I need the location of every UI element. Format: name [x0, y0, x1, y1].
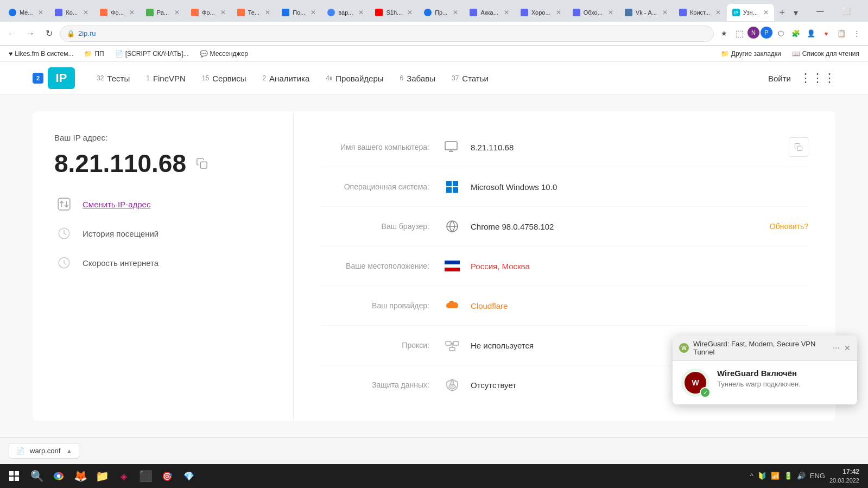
nav-item-finevpn[interactable]: 1 FineVPN: [146, 74, 186, 83]
tab-close-4[interactable]: ✕: [174, 9, 180, 16]
tab-close-2[interactable]: ✕: [83, 9, 88, 16]
extension-3[interactable]: ⬡: [774, 27, 788, 41]
nav-item-testy[interactable]: 32 Тесты: [97, 74, 130, 83]
login-button[interactable]: Войти: [768, 74, 791, 83]
taskbar-terminal[interactable]: ⬛: [136, 466, 155, 486]
bookmark-likes[interactable]: ♥ Likes.fm В систем...: [5, 49, 77, 59]
tab-5[interactable]: Фо... ✕: [186, 4, 231, 21]
maximize-button[interactable]: ⬜: [834, 2, 859, 20]
bookmark-star-button[interactable]: ★: [717, 27, 731, 41]
tray-battery[interactable]: 🔋: [784, 472, 793, 480]
tab-15[interactable]: Крист... ✕: [674, 4, 726, 21]
tab-1[interactable]: Me... ✕: [3, 4, 49, 21]
notification-menu-button[interactable]: ···: [833, 343, 840, 353]
tab-13[interactable]: Обхо... ✕: [567, 4, 619, 21]
speed-action[interactable]: Скорость интернета: [54, 253, 271, 272]
taskbar-firefox[interactable]: 🦊: [71, 466, 90, 486]
tab-close-13[interactable]: ✕: [608, 9, 613, 16]
tab-3[interactable]: Фо... ✕: [94, 4, 140, 21]
tab-6[interactable]: Те... ✕: [232, 4, 276, 21]
tab-close-5[interactable]: ✕: [220, 9, 226, 16]
close-button[interactable]: ✕: [860, 2, 868, 20]
tray-network[interactable]: 📶: [771, 472, 780, 480]
bookmark-pp[interactable]: 📁 ПП: [81, 49, 107, 59]
history-action[interactable]: История посещений: [54, 224, 271, 243]
tab-7[interactable]: По... ✕: [276, 4, 321, 21]
site-logo[interactable]: 2 IP: [33, 67, 75, 89]
download-chevron-icon[interactable]: ▲: [66, 447, 72, 455]
taskbar-files[interactable]: 📁: [92, 466, 112, 486]
tab-12[interactable]: Хоро... ✕: [515, 4, 567, 21]
tab-close-12[interactable]: ✕: [556, 9, 561, 16]
grid-menu-button[interactable]: ⋮⋮⋮: [800, 71, 835, 85]
tab-close-3[interactable]: ✕: [129, 9, 135, 16]
extension-1[interactable]: N: [747, 27, 759, 39]
new-tab-button[interactable]: +: [775, 5, 790, 20]
tab-2[interactable]: Ко... ✕: [49, 4, 94, 21]
tab-8[interactable]: вар... ✕: [322, 4, 369, 21]
tab-close-16[interactable]: ✕: [763, 9, 769, 16]
provider-value[interactable]: Cloudflare: [471, 301, 808, 310]
nav-item-provaidery[interactable]: 4к Провайдеры: [326, 74, 383, 83]
taskbar-chrome[interactable]: [49, 466, 68, 486]
tab-16[interactable]: IP Узн... ✕: [727, 4, 774, 21]
location-value[interactable]: Россия, Москва: [471, 262, 808, 271]
taskbar-app4[interactable]: ◈: [114, 466, 134, 486]
svg-rect-1: [58, 198, 70, 210]
bookmark-messenger[interactable]: 💬 Мессенджер: [197, 49, 251, 59]
reading-list-button[interactable]: 📋: [834, 27, 848, 41]
tab-close-11[interactable]: ✕: [504, 9, 509, 16]
notification-close-button[interactable]: ✕: [844, 344, 851, 352]
taskbar-app6[interactable]: 💎: [179, 466, 199, 486]
tab-9[interactable]: S1h... ✕: [370, 4, 418, 21]
tab-4[interactable]: Ра... ✕: [141, 4, 185, 21]
bookmarks-right: 📁 Другие закладки 📖 Список для чтения: [718, 49, 863, 59]
settings-button[interactable]: ⋮: [850, 27, 864, 41]
nav-item-servisy[interactable]: 15 Сервисы: [202, 74, 246, 83]
check-badge-icon: ✓: [700, 387, 711, 398]
copy-ip-button[interactable]: [194, 155, 210, 172]
tab-10[interactable]: Пр... ✕: [419, 4, 464, 21]
tab-dropdown-button[interactable]: ▾: [790, 7, 801, 18]
extension-5[interactable]: 👤: [804, 27, 818, 41]
minimize-button[interactable]: —: [808, 2, 833, 20]
tab-close-9[interactable]: ✕: [407, 9, 413, 16]
tab-close-6[interactable]: ✕: [265, 9, 270, 16]
tab-11[interactable]: Акка... ✕: [464, 4, 515, 21]
tray-volume[interactable]: 🔊: [797, 472, 806, 480]
start-button[interactable]: [4, 466, 24, 486]
extension-6[interactable]: ♥: [819, 27, 833, 41]
nav-item-analitika[interactable]: 2 Аналитика: [262, 74, 309, 83]
screenshot-button[interactable]: ⬚: [732, 27, 746, 41]
tab-close-8[interactable]: ✕: [358, 9, 364, 16]
tray-lang[interactable]: ENG: [810, 472, 825, 480]
bookmark-script[interactable]: 📄 [SCRIPT СКАЧАТЬ]...: [112, 49, 192, 59]
forward-button[interactable]: →: [23, 26, 38, 41]
tab-close-10[interactable]: ✕: [453, 9, 458, 16]
taskbar-app5[interactable]: 🎯: [157, 466, 177, 486]
nav-item-stati[interactable]: 37 Статьи: [452, 74, 489, 83]
reload-button[interactable]: ↻: [41, 26, 56, 41]
nav-item-zabavy[interactable]: 6 Забавы: [400, 74, 435, 83]
change-ip-action[interactable]: Сменить IP-адрес: [54, 194, 271, 214]
reading-list[interactable]: 📖 Список для чтения: [789, 49, 863, 59]
bookmark-pp-icon: 📁: [84, 50, 92, 58]
tab-14[interactable]: Vk - А... ✕: [619, 4, 673, 21]
tab-close-15[interactable]: ✕: [715, 9, 721, 16]
change-ip-link[interactable]: Сменить IP-адрес: [83, 200, 150, 209]
copy-computer-button[interactable]: [789, 137, 808, 157]
back-button[interactable]: ←: [4, 26, 20, 41]
tray-chevron[interactable]: ^: [750, 472, 753, 480]
tab-close-1[interactable]: ✕: [38, 9, 43, 16]
extension-2[interactable]: P: [761, 27, 772, 39]
tray-wireguard[interactable]: 🔰: [758, 472, 766, 480]
other-bookmarks[interactable]: 📁 Другие закладки: [718, 49, 784, 59]
taskbar-search[interactable]: 🔍: [27, 466, 47, 486]
download-item-warp[interactable]: 📄 warp.conf ▲: [9, 443, 79, 459]
tab-close-7[interactable]: ✕: [311, 9, 316, 16]
info-row-browser: Ваш браузер: Chrome 98.0.4758.102 Обнови…: [321, 207, 808, 246]
extension-4[interactable]: 🧩: [789, 27, 803, 41]
update-browser-link[interactable]: Обновить?: [770, 222, 808, 231]
tab-close-14[interactable]: ✕: [662, 9, 668, 16]
address-bar[interactable]: 🔒 2ip.ru: [60, 26, 714, 42]
